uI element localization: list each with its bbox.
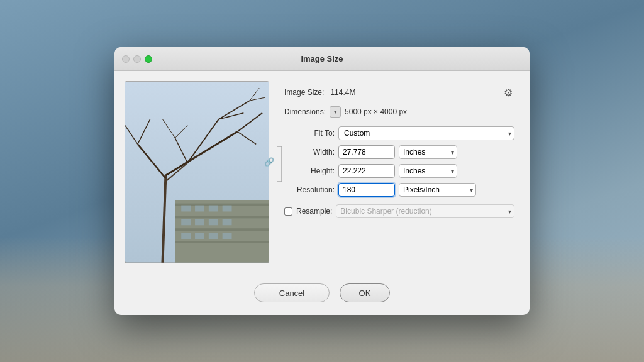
resolution-row: Resolution: Pixels/Inch Pixels/Centimete…	[284, 183, 514, 197]
dialog-footer: Cancel OK	[114, 273, 530, 315]
gear-icon[interactable]: ⚙	[502, 86, 514, 99]
title-bar: Image Size	[114, 47, 530, 71]
dimensions-dropdown[interactable]: ▾	[330, 106, 341, 118]
width-row: Width: Inches Pixels Centimeters Millime…	[284, 145, 514, 159]
svg-rect-17	[223, 233, 232, 239]
resolution-label: Resolution:	[284, 185, 335, 194]
dialog-body: Image Size: 114.4M ⚙ Dimensions: ▾ 5000 …	[114, 71, 530, 273]
svg-rect-10	[181, 219, 191, 225]
maximize-button[interactable]	[145, 55, 152, 63]
resample-select: Bicubic Sharper (reduction) Automatic Bi…	[336, 204, 514, 218]
svg-rect-14	[181, 233, 191, 239]
dimensions-row: Dimensions: ▾ 5000 px × 4000 px	[284, 106, 514, 118]
svg-rect-8	[209, 206, 218, 212]
image-size-text: Image Size: 114.4M	[284, 88, 355, 97]
width-label: Width:	[284, 148, 335, 156]
svg-rect-4	[175, 228, 269, 231]
height-unit-wrapper: Inches Pixels Centimeters Millimeters	[399, 164, 457, 178]
preview-svg	[125, 82, 269, 263]
width-unit-select[interactable]: Inches Pixels Centimeters Millimeters	[399, 145, 457, 159]
fit-to-select-wrapper: Custom Original Size 2 Megapixels 4 Mega…	[338, 126, 514, 140]
svg-rect-16	[209, 233, 218, 239]
image-size-dialog: Image Size	[114, 47, 530, 315]
resample-checkbox[interactable]	[284, 207, 292, 216]
height-input[interactable]	[338, 164, 395, 178]
fit-to-label: Fit To:	[284, 129, 335, 138]
svg-rect-7	[195, 206, 204, 212]
svg-rect-3	[175, 216, 269, 218]
width-input[interactable]	[338, 145, 395, 159]
traffic-lights	[122, 55, 152, 63]
wh-group: 🔗 Width: Inches Pixels Centimeters Milli…	[284, 145, 514, 178]
preview-image	[125, 81, 269, 263]
preview-panel	[125, 81, 269, 263]
height-label: Height:	[284, 167, 335, 175]
dimensions-label: Dimensions:	[284, 107, 326, 116]
image-size-row: Image Size: 114.4M ⚙	[284, 86, 514, 99]
svg-rect-13	[223, 219, 232, 225]
resolution-unit-select[interactable]: Pixels/Inch Pixels/Centimeter	[399, 183, 476, 197]
svg-rect-9	[223, 206, 232, 212]
svg-rect-5	[175, 241, 269, 243]
height-row: Height: Inches Pixels Centimeters Millim…	[284, 164, 514, 178]
resample-select-wrapper: Bicubic Sharper (reduction) Automatic Bi…	[336, 204, 514, 218]
dimensions-value: 5000 px × 4000 px	[345, 107, 407, 116]
fit-to-row: Fit To: Custom Original Size 2 Megapixel…	[284, 126, 514, 140]
width-unit-wrapper: Inches Pixels Centimeters Millimeters	[399, 145, 457, 159]
height-unit-select[interactable]: Inches Pixels Centimeters Millimeters	[399, 164, 457, 178]
resample-row: Resample: Bicubic Sharper (reduction) Au…	[284, 204, 514, 218]
cancel-button[interactable]: Cancel	[254, 283, 330, 302]
resample-label: Resample:	[296, 207, 332, 216]
svg-rect-12	[209, 219, 218, 225]
resolution-input[interactable]	[338, 183, 395, 197]
close-button[interactable]	[122, 55, 130, 63]
fit-to-select[interactable]: Custom Original Size 2 Megapixels 4 Mega…	[338, 126, 514, 140]
image-size-value: 114.4M	[330, 88, 355, 97]
dialog-title: Image Size	[301, 54, 343, 63]
link-icon: 🔗	[264, 156, 274, 167]
svg-rect-11	[195, 219, 204, 225]
link-bracket-svg	[273, 145, 284, 183]
right-panel: Image Size: 114.4M ⚙ Dimensions: ▾ 5000 …	[279, 81, 519, 263]
svg-rect-6	[181, 206, 191, 212]
ok-button[interactable]: OK	[340, 283, 390, 302]
svg-rect-15	[195, 233, 204, 239]
form-section: Fit To: Custom Original Size 2 Megapixel…	[284, 126, 514, 218]
resolution-unit-wrapper: Pixels/Inch Pixels/Centimeter	[399, 183, 476, 197]
minimize-button[interactable]	[133, 55, 141, 63]
